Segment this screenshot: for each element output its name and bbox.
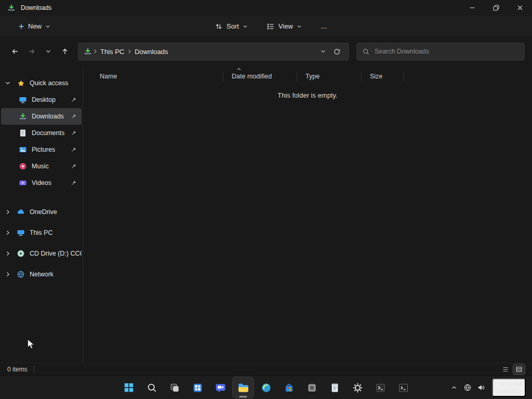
chat-icon [215,382,226,393]
pin-icon [71,97,77,103]
chevron-down-icon[interactable] [1,80,15,86]
store-button[interactable] [278,377,299,398]
taskbar: 8:45 AM 1/26/2022 [0,375,532,399]
breadcrumb-this-pc[interactable]: This PC [98,47,126,57]
chevron-right-icon[interactable] [1,209,15,215]
sidebar-item-quick-access[interactable]: Quick access [1,75,82,91]
videos-icon [17,179,29,187]
title-bar: Downloads [0,0,532,16]
pinned-app-button[interactable] [301,377,322,398]
new-button[interactable]: New [12,19,56,34]
documents-icon [17,129,29,137]
up-button[interactable] [57,44,73,59]
taskbar-icons [118,377,414,398]
column-header-name[interactable]: Name [91,70,223,83]
pin-icon [71,147,77,153]
command-bar-center: Sort View … [209,19,333,34]
sort-button[interactable]: Sort [209,19,254,34]
column-label: Type [305,73,320,80]
volume-tray-button[interactable] [474,380,488,395]
notepad-button[interactable] [324,377,345,398]
hidden-icons-button[interactable] [447,380,461,395]
list-layout-button[interactable] [500,364,511,375]
sidebar-item-label: Network [30,271,54,278]
chevron-right-icon[interactable] [1,250,15,257]
recent-locations-button[interactable] [41,44,56,59]
pictures-icon [17,145,29,154]
refresh-button[interactable] [330,45,343,58]
breadcrumb-separator-icon [126,48,132,55]
restore-button[interactable] [484,0,508,16]
status-bar: 0 items [0,363,532,375]
chevron-up-icon [450,384,458,391]
sidebar-item-desktop[interactable]: Desktop [1,91,82,108]
search-input[interactable] [375,48,519,55]
sidebar-item-documents[interactable]: Documents [1,125,82,141]
sidebar-item-label: Documents [32,129,64,137]
sidebar-item-network[interactable]: Network [1,266,82,283]
file-explorer-button[interactable] [233,377,254,398]
navigation-bar: This PC Downloads [0,37,532,65]
search-icon [362,48,370,56]
sidebar-item-label: CD Drive (D:) CCCO [30,250,82,257]
clock-date: 1/26/2022 [496,388,522,395]
task-view-button[interactable] [164,377,185,398]
item-count: 0 items [7,366,28,373]
sidebar-item-downloads[interactable]: Downloads [1,108,82,125]
sidebar-item-label: Quick access [30,79,68,87]
start-button[interactable] [118,377,139,398]
chevron-down-icon [297,24,302,29]
sidebar-item-label: Desktop [32,96,56,103]
pin-icon [71,180,77,186]
terminal-button[interactable] [370,377,391,398]
pin-icon [71,113,77,119]
widgets-icon [192,382,203,393]
window-title: Downloads [21,4,51,11]
globe-icon [463,383,472,392]
view-button[interactable]: View [261,19,308,34]
sidebar-item-label: This PC [30,229,52,236]
sidebar-item-music[interactable]: Music [1,158,82,175]
sort-ascending-icon [236,67,242,71]
address-bar[interactable]: This PC Downloads [78,43,349,60]
column-header-date-modified[interactable]: Date modified [223,70,297,83]
sidebar-item-videos[interactable]: Videos [1,175,82,191]
sidebar-item-this-pc[interactable]: This PC [1,224,82,241]
breadcrumb-separator-icon [92,48,98,55]
edge-icon [261,382,272,393]
command-prompt-button[interactable] [393,377,414,398]
status-divider [34,366,34,373]
network-tray-button[interactable] [461,380,474,395]
taskbar-search-button[interactable] [141,377,162,398]
pin-icon [71,130,77,136]
breadcrumb-downloads[interactable]: Downloads [132,47,170,57]
sidebar-item-label: OneDrive [30,208,57,216]
column-label: Date modified [232,73,272,80]
view-button-label: View [278,22,293,30]
column-header-size[interactable]: Size [362,70,404,83]
close-button[interactable] [508,0,532,16]
see-more-button[interactable]: … [315,19,333,34]
navigation-pane: Quick access Desktop Downloads Documents… [0,65,83,363]
chevron-right-icon[interactable] [1,271,15,277]
forward-button[interactable] [24,44,39,59]
settings-button[interactable] [347,377,368,398]
sidebar-item-onedrive[interactable]: OneDrive [1,204,82,220]
column-header-type[interactable]: Type [297,70,362,83]
widgets-button[interactable] [187,377,208,398]
sidebar-item-pictures[interactable]: Pictures [1,141,82,158]
taskbar-clock[interactable]: 8:45 AM 1/26/2022 [492,378,526,397]
empty-folder-message: This folder is empty. [83,91,532,99]
details-layout-button[interactable] [513,364,525,375]
sidebar-item-cd-drive[interactable]: CD Drive (D:) CCCO [1,245,82,262]
downloads-icon [17,112,29,121]
chat-button[interactable] [210,377,231,398]
edge-button[interactable] [256,377,276,398]
file-explorer-window: Downloads New Sort [0,0,532,399]
minimize-button[interactable] [460,0,484,16]
address-dropdown-button[interactable] [316,45,330,58]
chevron-right-icon[interactable] [1,230,15,236]
notepad-icon [329,382,340,393]
back-button[interactable] [7,44,23,59]
plus-icon [18,23,24,30]
